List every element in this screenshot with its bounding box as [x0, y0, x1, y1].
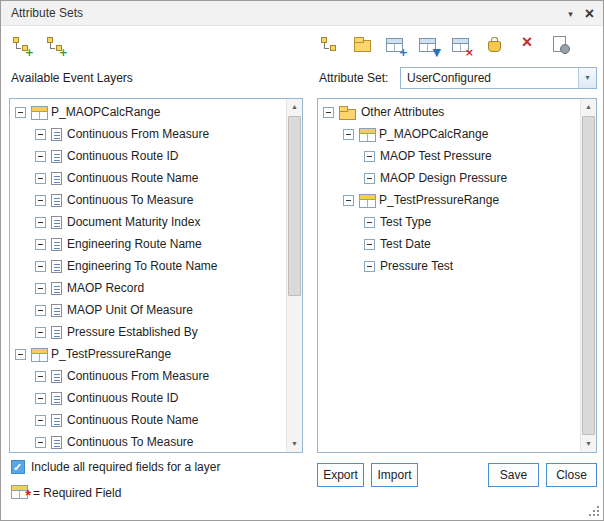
collapse-minus-icon[interactable]	[35, 261, 46, 272]
tree-item[interactable]: Continuous From Measure	[10, 123, 286, 145]
delete-attribute-set-icon[interactable]: ×	[517, 34, 537, 54]
window-title: Attribute Sets	[11, 1, 83, 26]
x-badge-icon: ×	[465, 47, 474, 58]
collapse-minus-icon[interactable]	[364, 239, 375, 250]
collapse-minus-icon[interactable]	[35, 173, 46, 184]
field-icon	[51, 326, 62, 339]
collapse-minus-icon[interactable]	[323, 107, 334, 118]
collapse-minus-icon[interactable]	[35, 217, 46, 228]
collapse-minus-icon[interactable]	[343, 195, 354, 206]
layer-icon	[359, 194, 374, 206]
attribute-set-combobox[interactable]: UserConfigured ▾	[400, 67, 597, 89]
scrollbar[interactable]: ▲ ▼	[286, 99, 302, 452]
remove-attribute-icon[interactable]: ×	[451, 34, 471, 54]
scrollbar-thumb[interactable]	[582, 116, 595, 435]
tree-item[interactable]: P_MAOPCalcRange	[318, 123, 580, 145]
field-icon	[51, 414, 62, 427]
field-icon	[51, 172, 62, 185]
resize-grip[interactable]	[588, 505, 600, 517]
scroll-down-icon[interactable]: ▼	[287, 436, 302, 452]
tree-item[interactable]: Continuous Route ID	[10, 387, 286, 409]
tree-item[interactable]: Pressure Established By	[10, 321, 286, 343]
scroll-up-icon[interactable]: ▲	[287, 99, 302, 115]
tree-item[interactable]: P_MAOPCalcRange	[10, 101, 286, 123]
field-icon	[51, 238, 62, 251]
add-attribute-icon[interactable]: +	[385, 34, 405, 54]
down-arrow-badge-icon: ▼	[433, 47, 441, 58]
add-all-layers-to-attribute-set-icon[interactable]: +	[45, 34, 65, 54]
collapse-minus-icon[interactable]	[35, 371, 46, 382]
include-required-fields-checkbox[interactable]: ✓	[11, 460, 25, 474]
export-button[interactable]: Export	[317, 463, 364, 487]
combobox-dropdown-icon[interactable]: ▾	[578, 68, 596, 88]
titlebar-caret-down-icon[interactable]: ▾	[568, 9, 573, 19]
collapse-minus-icon[interactable]	[35, 305, 46, 316]
layer-icon	[31, 106, 46, 118]
tree-item[interactable]: MAOP Design Pressure	[318, 167, 580, 189]
tree-item[interactable]: Engineering To Route Name	[10, 255, 286, 277]
collapse-minus-icon[interactable]	[35, 195, 46, 206]
attribute-set-value: UserConfigured	[407, 68, 491, 88]
collapse-minus-icon[interactable]	[35, 129, 46, 140]
collapse-minus-icon[interactable]	[35, 283, 46, 294]
field-icon	[51, 216, 62, 229]
attribute-set-panel: Other Attributes P_MAOPCalcRange MAOP Te…	[317, 98, 597, 453]
collapse-minus-icon[interactable]	[343, 129, 354, 140]
attribute-sets-dialog: Attribute Sets ▾ × + + + ▼	[0, 0, 604, 521]
tree-item[interactable]: P_TestPressureRange	[10, 343, 286, 365]
collapse-minus-icon[interactable]	[35, 327, 46, 338]
plus-badge-icon: +	[59, 47, 68, 58]
add-layer-to-attribute-set-icon[interactable]: +	[11, 34, 31, 54]
plus-badge-icon: +	[399, 47, 408, 58]
collapse-minus-icon[interactable]	[35, 239, 46, 250]
tree-item[interactable]: Other Attributes	[318, 101, 580, 123]
check-icon: ✓	[13, 460, 22, 474]
collapse-minus-icon[interactable]	[35, 393, 46, 404]
collapse-minus-icon[interactable]	[35, 151, 46, 162]
tree-item[interactable]: Test Date	[318, 233, 580, 255]
field-icon	[51, 194, 62, 207]
tree-item[interactable]: MAOP Record	[10, 277, 286, 299]
tree-item[interactable]: Continuous From Measure	[10, 365, 286, 387]
required-asterisk-icon: *	[25, 486, 31, 503]
tree-item[interactable]: MAOP Unit Of Measure	[10, 299, 286, 321]
required-field-icon: *	[11, 484, 31, 500]
collapse-minus-icon[interactable]	[364, 261, 375, 272]
open-attribute-set-icon[interactable]	[352, 34, 372, 54]
scroll-down-icon[interactable]: ▼	[581, 436, 596, 452]
scroll-up-icon[interactable]: ▲	[581, 99, 596, 115]
tree-item[interactable]: Continuous Route Name	[10, 167, 286, 189]
collapse-minus-icon[interactable]	[15, 107, 26, 118]
tree-item[interactable]: Continuous To Measure	[10, 189, 286, 211]
insert-attribute-icon[interactable]: ▼	[418, 34, 438, 54]
tree-item[interactable]: Continuous To Measure	[10, 431, 286, 452]
available-layers-tree: P_MAOPCalcRange Continuous From Measure …	[10, 99, 286, 452]
layer-icon	[359, 128, 374, 140]
attribute-bag-icon[interactable]	[484, 34, 504, 54]
tree-item[interactable]: MAOP Test Pressure	[318, 145, 580, 167]
tree-item[interactable]: P_TestPressureRange	[318, 189, 580, 211]
scrollbar-thumb[interactable]	[288, 116, 301, 296]
save-button[interactable]: Save	[488, 463, 539, 487]
tree-item[interactable]: Continuous Route Name	[10, 409, 286, 431]
tree-item[interactable]: Test Type	[318, 211, 580, 233]
layer-icon	[31, 348, 46, 360]
collapse-minus-icon[interactable]	[35, 437, 46, 448]
field-icon	[51, 150, 62, 163]
close-button[interactable]: Close	[546, 463, 597, 487]
tree-item[interactable]: Document Maturity Index	[10, 211, 286, 233]
tree-item[interactable]: Continuous Route ID	[10, 145, 286, 167]
close-icon[interactable]: ×	[585, 6, 594, 22]
titlebar[interactable]: Attribute Sets ▾ ×	[1, 1, 603, 26]
import-button[interactable]: Import	[371, 463, 418, 487]
collapse-minus-icon[interactable]	[15, 349, 26, 360]
new-attribute-set-icon[interactable]	[319, 34, 339, 54]
collapse-minus-icon[interactable]	[364, 217, 375, 228]
collapse-minus-icon[interactable]	[364, 173, 375, 184]
collapse-minus-icon[interactable]	[364, 151, 375, 162]
attribute-set-properties-icon[interactable]	[550, 34, 570, 54]
tree-item[interactable]: Engineering Route Name	[10, 233, 286, 255]
scrollbar[interactable]: ▲ ▼	[580, 99, 596, 452]
collapse-minus-icon[interactable]	[35, 415, 46, 426]
tree-item[interactable]: Pressure Test	[318, 255, 580, 277]
